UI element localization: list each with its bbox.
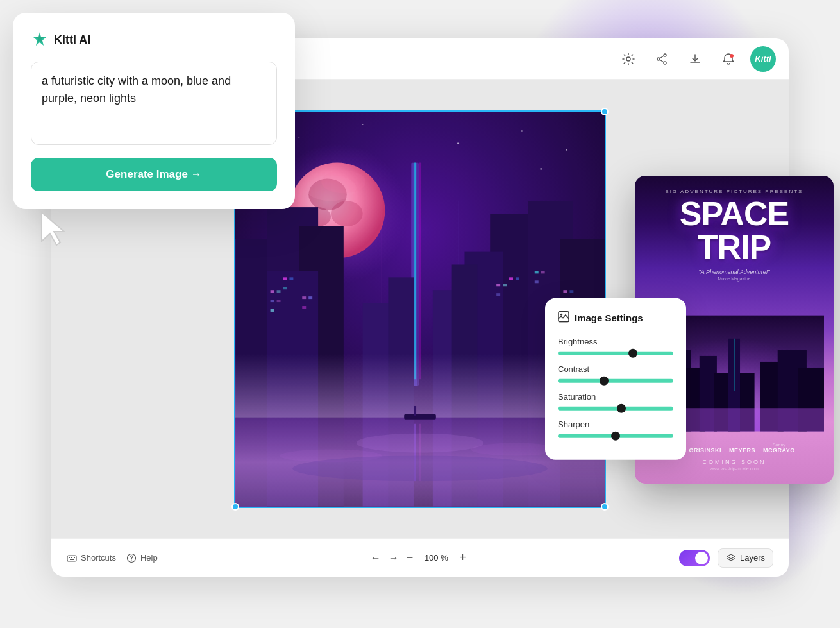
sharpen-slider[interactable] (558, 434, 673, 437)
contrast-slider[interactable] (558, 378, 673, 382)
svg-rect-76 (70, 559, 74, 560)
redo-button[interactable]: → (389, 552, 399, 564)
layers-button[interactable]: Layers (718, 548, 773, 568)
sharpen-thumb[interactable] (611, 431, 620, 440)
bottom-right-tools: Layers (679, 548, 773, 568)
saturation-thumb[interactable] (617, 403, 626, 412)
poster-website: www.last-trip-movie.com (710, 466, 759, 471)
bottom-left-tools: Shortcuts Help (67, 553, 158, 563)
svg-rect-72 (67, 556, 76, 561)
saturation-slider[interactable] (558, 406, 673, 410)
keyboard-icon (67, 553, 77, 563)
saturation-slider-group: Saturation (558, 391, 673, 410)
zoom-in-button[interactable]: + (459, 551, 466, 564)
svg-point-0 (626, 57, 630, 61)
poster-magazine: Movie Magazine (718, 276, 751, 281)
selection-handle-bottom-right[interactable] (601, 503, 609, 511)
settings-icon[interactable] (617, 47, 640, 71)
layers-label: Layers (740, 553, 765, 563)
svg-rect-75 (74, 557, 75, 558)
brightness-thumb[interactable] (628, 348, 637, 357)
bottom-bar: Shortcuts Help ← → − 100 % + (51, 538, 789, 577)
svg-point-3 (657, 58, 660, 60)
shortcuts-tool[interactable]: Shortcuts (67, 553, 116, 563)
cast-member-4: Sunny MCGRAYO (763, 443, 795, 454)
selection-handle-top-right[interactable] (601, 108, 609, 115)
kittl-star-icon (31, 31, 49, 49)
toggle-switch[interactable] (679, 550, 710, 566)
zoom-out-button[interactable]: − (407, 551, 414, 564)
svg-point-4 (730, 54, 734, 58)
download-icon[interactable] (684, 47, 707, 71)
layers-icon (726, 553, 736, 563)
contrast-thumb[interactable] (600, 376, 609, 385)
shortcuts-label: Shortcuts (81, 553, 116, 563)
zoom-display: 100 % (421, 553, 451, 563)
avatar[interactable]: Kittl (750, 46, 776, 72)
sharpen-slider-group: Sharpen (558, 419, 673, 437)
help-label: Help (140, 553, 158, 563)
image-settings-panel: Image Settings Brightness Contrast Satur… (545, 298, 686, 459)
panel-title: Image Settings (575, 312, 643, 323)
bottom-center-tools: ← → − 100 % + (371, 551, 466, 564)
brightness-label: Brightness (558, 336, 673, 346)
selection-handle-bottom-left[interactable] (231, 503, 239, 511)
kittl-logo: Kittl AI (31, 31, 90, 49)
kittl-title: Kittl AI (54, 33, 90, 47)
svg-point-78 (131, 560, 131, 561)
ai-card-header: Kittl AI (31, 31, 277, 49)
cursor-arrow (38, 209, 71, 248)
svg-point-2 (664, 62, 666, 64)
poster-quote: "A Phenomenal Adventure!" (699, 269, 770, 275)
undo-button[interactable]: ← (371, 552, 381, 564)
help-tool[interactable]: Help (126, 553, 158, 563)
help-icon (126, 553, 137, 563)
share-icon[interactable] (650, 47, 673, 71)
poster-title: SPACE TRIP (644, 197, 824, 264)
svg-point-80 (560, 313, 562, 315)
svg-rect-73 (69, 557, 70, 558)
cast-member-2: ØRISINSKI (689, 443, 722, 454)
ai-generation-card: Kittl AI a futuristic city with a moon, … (13, 13, 295, 209)
prompt-input[interactable]: a futuristic city with a moon, blue and … (31, 62, 277, 145)
poster-coming-soon: Coming Soon (702, 459, 766, 465)
brightness-slider[interactable] (558, 351, 673, 355)
svg-rect-74 (71, 557, 72, 558)
notification-icon[interactable] (717, 47, 740, 71)
cast-member-3: MEYERS (729, 443, 755, 454)
saturation-label: Saturation (558, 391, 673, 401)
image-settings-icon (558, 310, 569, 325)
panel-header: Image Settings (558, 310, 673, 325)
sharpen-label: Sharpen (558, 419, 673, 429)
generate-image-button[interactable]: Generate Image → (31, 158, 277, 191)
svg-point-1 (664, 54, 666, 56)
brightness-slider-group: Brightness (558, 336, 673, 355)
poster-studio: Big Adventure Pictures Presents (666, 189, 803, 194)
contrast-slider-group: Contrast (558, 364, 673, 382)
contrast-label: Contrast (558, 364, 673, 373)
